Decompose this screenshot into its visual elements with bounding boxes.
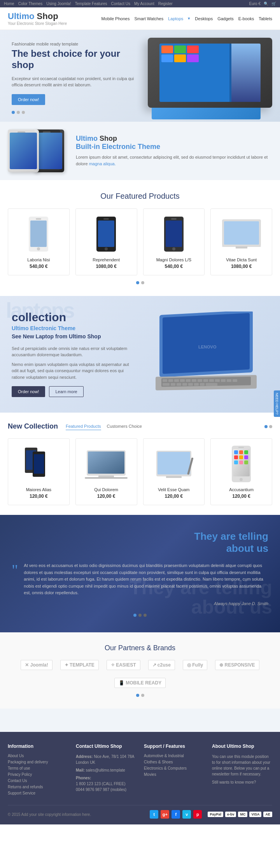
footer-mail: Mail: sales@ultimo.template [76, 767, 136, 773]
social-facebook[interactable]: f [172, 810, 180, 819]
social-pinterest[interactable]: p [193, 810, 202, 819]
payment-ebv: e-bv [225, 812, 236, 817]
footer-electronics[interactable]: Electronics & Computers [144, 766, 204, 770]
partner-c2use[interactable]: ↗ c2use [148, 660, 175, 670]
footer-about-text: You can use this module position to for … [212, 754, 272, 777]
footer-copyright: © 2015 Add your site copyright informati… [8, 812, 91, 817]
footer-returns[interactable]: Returns and refunds [8, 785, 68, 789]
col-dot-2[interactable] [269, 425, 272, 428]
product-card-4[interactable]: Vitae Dicta Sunt 1080,00 € [210, 208, 272, 275]
laptop-image: LENOVO [148, 308, 272, 401]
nav-desktops[interactable]: Desktops [195, 16, 213, 21]
footer-contact[interactable]: Contact Us [8, 779, 68, 783]
nav-register[interactable]: Register [158, 2, 173, 6]
collection-tabs: Featured Products Customers Choice [66, 423, 142, 430]
footer-automotive[interactable]: Automotive & Industrial [144, 754, 204, 758]
partner-fully[interactable]: ◎ Fully [183, 660, 207, 670]
dot-3[interactable] [22, 111, 25, 114]
new-product-price-4: 120,00 € [215, 494, 268, 499]
payment-visa: VISA [249, 812, 261, 817]
new-product-4[interactable]: Accusantium 120,00 € [210, 438, 272, 505]
nav-home[interactable]: Home [4, 2, 14, 6]
footer-about-us[interactable]: About Us [8, 754, 68, 758]
svg-rect-45 [209, 379, 214, 382]
product-name-1: Laboria Nisi [12, 257, 65, 262]
top-bar-right: Euro € 🔍 🛒 [249, 2, 276, 6]
nav-gadgets[interactable]: Gadgets [217, 16, 234, 21]
top-bar-nav[interactable]: Home Color Themes Using Joomla! Template… [4, 2, 173, 6]
product-img-4 [215, 215, 268, 254]
nav-mobile-phones[interactable]: Mobile Phones [102, 16, 130, 21]
partner-responsive[interactable]: ⊕ RESPONSIVE [215, 660, 259, 670]
footer-support-service[interactable]: Support Service [8, 791, 68, 795]
new-product-price-2: 120,00 € [80, 494, 133, 499]
logo-area[interactable]: Ultimo Shop Your Electronic Store Slogan… [8, 11, 67, 26]
partner-dot-2[interactable] [141, 694, 144, 697]
new-products-grid: Maiores Alias 120,00 € Qui Dolorem 120,0… [8, 438, 272, 505]
partner-template[interactable]: ✦ TEMPLATE [60, 660, 99, 670]
about-watermark: They are tellingabout us [130, 578, 272, 617]
footer-movies[interactable]: Movies [144, 772, 204, 777]
promo-description: Lorem ipsum dolor sit amet, consectetur … [76, 154, 268, 167]
nav-laptops[interactable]: Laptops [168, 16, 183, 21]
col-dot-1[interactable] [264, 425, 268, 428]
product-name-4: Vitae Dicta Sunt [215, 257, 268, 262]
search-icon[interactable]: 🔍 [264, 2, 268, 6]
tab-customers-choice[interactable]: Customers Choice [107, 423, 142, 430]
partner-mobile-ready[interactable]: 📱 MOBILE READY [114, 678, 166, 688]
svg-rect-22 [98, 220, 114, 247]
product-card-2[interactable]: Reprehendent 1080,00 € [75, 208, 137, 275]
new-product-name-3: Velit Esse Quam [147, 487, 201, 492]
tab-featured-products[interactable]: Featured Products [66, 423, 101, 430]
svg-rect-78 [234, 455, 238, 459]
dot-1[interactable] [12, 111, 15, 114]
cart-icon[interactable]: 🛒 [271, 2, 276, 6]
partner-easiest[interactable]: ✧ EASIEST [107, 660, 140, 670]
svg-rect-2 [161, 46, 173, 53]
social-twitter[interactable]: t [150, 810, 158, 819]
nav-tablets[interactable]: Tablets [259, 16, 272, 21]
hero-tablet-visual [148, 38, 272, 108]
currency-selector[interactable]: Euro € [249, 2, 261, 6]
nav-smart-watches[interactable]: Smart Watches [134, 16, 163, 21]
new-product-1[interactable]: Maiores Alias 120,00 € [8, 438, 70, 505]
hero-order-button[interactable]: Order now! [12, 94, 45, 105]
svg-rect-43 [198, 379, 202, 382]
new-product-2[interactable]: Qui Dolorem 120,00 € [75, 438, 137, 505]
laptops-learn-button[interactable]: Learn more [49, 386, 83, 397]
laptops-order-button[interactable]: Order now! [12, 386, 45, 397]
new-product-img-2 [80, 444, 133, 483]
svg-rect-7 [187, 54, 199, 62]
nav-color-themes[interactable]: Color Themes [18, 2, 43, 6]
partner-joomla[interactable]: ✕ Joomla! [21, 660, 52, 670]
nav-ebooks[interactable]: E-books [238, 16, 254, 21]
svg-rect-62 [34, 454, 44, 474]
promo-link[interactable]: magna aliqua. [89, 161, 116, 166]
partner-dot-1[interactable] [136, 694, 139, 697]
footer-packaging[interactable]: Packaging and delivery [8, 760, 68, 764]
footer-terms[interactable]: Terms of use [8, 766, 68, 770]
svg-rect-18 [30, 220, 47, 247]
laptops-dropdown-icon[interactable]: ▾ [188, 16, 190, 21]
product-card-3[interactable]: Magni Dolores L/S 540,00 € [143, 208, 205, 275]
prod-dot-1[interactable] [136, 281, 139, 284]
nav-using-joomla[interactable]: Using Joomla! [46, 2, 71, 6]
need-help-tab[interactable]: NEED HELP? [274, 390, 280, 417]
svg-rect-46 [215, 379, 220, 382]
social-google[interactable]: g+ [161, 810, 169, 819]
footer-privacy[interactable]: Privacy Policy [8, 772, 68, 777]
nav-template-features[interactable]: Template Features [75, 2, 107, 6]
new-product-3[interactable]: Velit Esse Quam 120,00 € [143, 438, 205, 505]
svg-rect-23 [103, 218, 109, 220]
footer-know-more[interactable]: Still wants to know more? [212, 780, 272, 784]
laptops-subtitle: Ultimo Electronic Theme [12, 325, 136, 331]
prod-dot-2[interactable] [141, 281, 144, 284]
footer-clothes[interactable]: Clothes & Shoes [144, 760, 204, 764]
hero-image [140, 34, 280, 112]
new-product-name-2: Qui Dolorem [80, 487, 133, 492]
product-card-1[interactable]: Laboria Nisi 540,00 € [8, 208, 70, 275]
nav-contact-us[interactable]: Contact Us [111, 2, 130, 6]
dot-2[interactable] [17, 111, 20, 114]
social-vimeo[interactable]: v [182, 810, 191, 819]
nav-my-account[interactable]: My Account [134, 2, 154, 6]
